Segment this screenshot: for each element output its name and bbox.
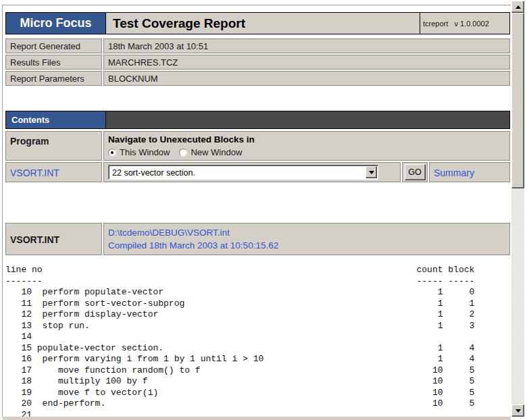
summary-link-cell: Summary (429, 162, 510, 182)
program-link[interactable]: VSORT.INT (10, 167, 59, 178)
report-parameters-label: Report Parameters (5, 71, 102, 86)
contents-heading: Contents (6, 111, 106, 128)
chevron-down-icon (516, 409, 521, 413)
summary-link[interactable]: Summary (434, 167, 474, 178)
scrollbar-up-button[interactable] (511, 1, 524, 13)
report-header: Micro Focus Test Coverage Report tcrepor… (5, 12, 510, 34)
radio-this-window-label[interactable]: This Window (120, 147, 170, 157)
program-file-section: VSORT.INT D:\tcdemo\DEBUG\VSORT.int Comp… (5, 223, 510, 255)
contents-section: Contents Program Navigate to Unexecuted … (5, 111, 510, 184)
navigate-label: Navigate to Unexecuted Blocks in (108, 134, 505, 145)
program-name: VSORT.INT (5, 223, 102, 255)
program-file-info: D:\tcdemo\DEBUG\VSORT.int Compiled 18th … (103, 223, 510, 255)
window-bottom-edge (3, 417, 511, 420)
results-files-value: MARCHRES.TCZ (103, 55, 510, 70)
go-button[interactable]: GO (405, 164, 426, 180)
chevron-up-icon (516, 5, 521, 9)
report-parameters-value: BLOCKNUM (103, 71, 510, 86)
report-generated-label: Report Generated (5, 38, 102, 53)
table-row: Program Navigate to Unexecuted Blocks in… (5, 131, 510, 161)
dropdown-selected-value: 22 sort-vector section. (112, 168, 195, 178)
block-select-cell: 22 sort-vector section. (103, 162, 401, 182)
program-link-cell: VSORT.INT (5, 162, 102, 182)
table-row: Results Files MARCHRES.TCZ (5, 55, 510, 70)
scrollbar-thumb[interactable] (511, 13, 524, 188)
report-info-table: Report Generated 18th March 2003 at 10:5… (5, 38, 510, 87)
radio-new-window[interactable] (179, 149, 187, 157)
report-generated-value: 18th March 2003 at 10:51 (103, 38, 510, 53)
contents-header-bar: Contents (5, 111, 510, 129)
program-column-header: Program (5, 131, 102, 161)
table-row: Report Parameters BLOCKNUM (5, 71, 510, 86)
page-title: Test Coverage Report (106, 13, 420, 34)
code-listing: line no count block ------- ----- ----- … (5, 265, 474, 420)
scrollbar-down-button[interactable] (511, 404, 524, 417)
vertical-scrollbar[interactable] (511, 1, 524, 417)
navigate-options-cell: Navigate to Unexecuted Blocks in This Wi… (103, 131, 510, 161)
go-button-cell: GO (402, 162, 428, 182)
tool-version: tcreport v 1.0.0002 (420, 13, 509, 34)
table-row: Report Generated 18th March 2003 at 10:5… (5, 38, 510, 53)
contents-header-fill (106, 111, 509, 128)
table-row: VSORT.INT 22 sort-vector section. GO Sum… (5, 162, 510, 182)
brand-logo: Micro Focus (6, 13, 106, 34)
compiled-timestamp: Compiled 18th March 2003 at 10:50:15.62 (108, 239, 505, 252)
scrollbar-track[interactable] (511, 188, 524, 404)
program-file-link[interactable]: D:\tcdemo\DEBUG\VSORT.int (108, 228, 230, 238)
radio-new-window-label[interactable]: New Window (191, 147, 242, 157)
results-files-label: Results Files (5, 55, 102, 70)
chevron-down-icon (369, 171, 374, 174)
radio-this-window[interactable] (108, 149, 116, 157)
unexecuted-block-dropdown[interactable]: 22 sort-vector section. (108, 165, 378, 180)
dropdown-arrow-button[interactable] (366, 166, 377, 178)
